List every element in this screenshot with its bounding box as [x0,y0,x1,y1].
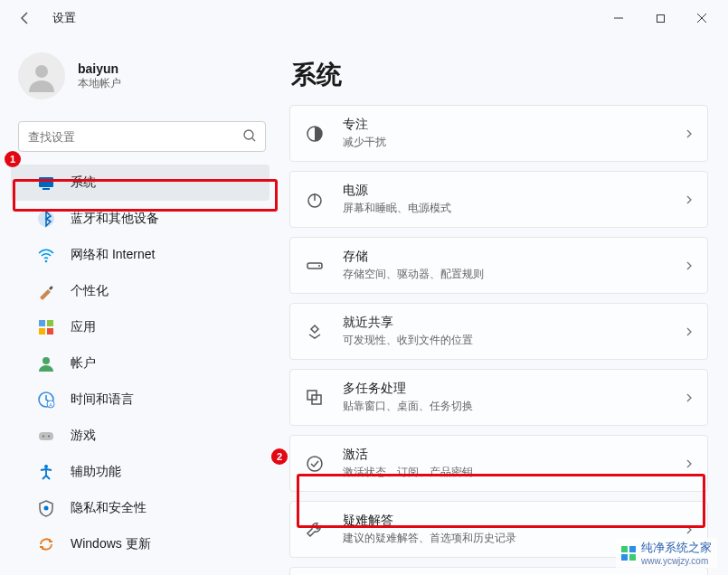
accessibility-icon [36,462,56,482]
svg-point-6 [45,260,48,263]
update-icon [36,534,56,554]
arrow-left-icon [18,11,33,25]
card-subtitle: 贴靠窗口、桌面、任务切换 [343,399,684,414]
svg-point-16 [43,436,44,438]
svg-rect-0 [657,14,664,22]
card-title: 电源 [343,183,684,199]
sidebar-item-system[interactable]: 系统 [11,165,269,201]
user-block[interactable]: baiyun 本地帐户 [0,45,280,116]
svg-point-19 [44,506,49,511]
power-icon [303,188,326,212]
sidebar-item-label: 系统 [71,174,96,191]
avatar [18,52,65,99]
card-power[interactable]: 电源屏幕和睡眠、电源模式 [289,171,708,228]
logo-icon [621,546,636,561]
sidebar-item-label: 游戏 [71,428,96,444]
minimize-icon [613,13,624,24]
sidebar-item-network[interactable]: 网络和 Internet [11,237,269,273]
svg-rect-3 [39,177,53,187]
troubleshoot-icon [303,518,326,542]
card-subtitle: 屏幕和睡眠、电源模式 [343,201,684,216]
sidebar-item-label: 隐私和安全性 [71,500,147,516]
svg-rect-7 [39,320,45,326]
sidebar-item-label: 辅助功能 [71,464,121,480]
maximize-button[interactable] [639,4,681,33]
card-title: 激活 [343,447,684,463]
back-button[interactable] [11,4,40,33]
svg-point-26 [307,457,322,471]
card-nearby[interactable]: 就近共享可发现性、收到文件的位置 [289,303,708,360]
highlight-badge-1: 1 [5,151,21,167]
sidebar-item-privacy[interactable]: 隐私和安全性 [11,490,269,526]
svg-point-18 [44,465,48,468]
close-icon [696,13,707,24]
storage-icon [303,254,326,278]
network-icon [36,245,56,265]
sidebar-item-time[interactable]: A时间和语言 [11,382,269,418]
chevron-right-icon [684,392,695,403]
card-activation[interactable]: 激活激活状态、订阅、产品密钥 [289,435,708,492]
multitask-icon [303,386,326,410]
window-title: 设置 [52,10,76,26]
svg-rect-29 [621,554,628,561]
svg-rect-15 [39,432,53,440]
svg-rect-10 [47,328,53,335]
nearby-icon [303,320,326,344]
activation-icon [303,452,326,476]
svg-point-2 [244,130,253,139]
chevron-right-icon [684,128,695,139]
card-subtitle: 减少干扰 [343,135,684,150]
time-icon: A [36,390,56,410]
card-title: 多任务处理 [343,381,684,397]
user-type: 本地帐户 [78,76,121,91]
chevron-right-icon [684,326,695,337]
svg-rect-9 [39,328,45,335]
card-title: 存储 [343,249,684,265]
highlight-badge-2: 2 [271,448,288,465]
svg-rect-27 [621,546,628,552]
sidebar-item-label: 应用 [71,319,96,335]
svg-rect-8 [47,320,53,326]
bluetooth-icon [36,209,56,229]
sidebar-item-update[interactable]: Windows 更新 [11,526,269,562]
minimize-button[interactable] [598,4,639,33]
privacy-icon [36,498,56,518]
watermark: 纯净系统之家 www.ycwjzy.com [616,538,717,568]
sidebar-item-apps[interactable]: 应用 [11,309,269,345]
system-icon [36,173,56,193]
sidebar-item-personalize[interactable]: 个性化 [11,273,269,309]
svg-point-5 [38,211,54,227]
svg-point-11 [43,357,50,364]
svg-rect-4 [43,188,50,190]
watermark-url: www.ycwjzy.com [641,556,712,566]
sidebar-item-accessibility[interactable]: 辅助功能 [11,454,269,490]
sidebar-item-bluetooth[interactable]: 蓝牙和其他设备 [11,201,269,237]
apps-icon [36,317,56,337]
focus-icon [303,122,326,146]
card-focus[interactable]: 专注减少干扰 [289,105,708,162]
sidebar-item-label: 蓝牙和其他设备 [71,211,159,227]
card-title: 专注 [343,117,684,133]
svg-rect-30 [629,554,636,561]
card-subtitle: 激活状态、订阅、产品密钥 [343,465,684,480]
svg-rect-28 [629,546,636,552]
sidebar-item-gaming[interactable]: 游戏 [11,418,269,454]
sidebar-item-label: 帐户 [71,355,96,372]
sidebar-item-label: Windows 更新 [71,536,151,552]
chevron-right-icon [684,458,695,469]
card-subtitle: 可发现性、收到文件的位置 [343,333,684,348]
card-recovery[interactable]: 恢复重置、高级启动、返回 [289,567,708,575]
sidebar-item-accounts[interactable]: 帐户 [11,345,269,382]
close-button[interactable] [681,4,723,33]
search-input[interactable] [18,121,266,152]
card-multitask[interactable]: 多任务处理贴靠窗口、桌面、任务切换 [289,369,708,426]
personalize-icon [36,281,56,301]
card-storage[interactable]: 存储存储空间、驱动器、配置规则 [289,237,708,294]
sidebar-item-label: 时间和语言 [71,391,134,408]
svg-point-17 [48,436,50,438]
sidebar-item-label: 个性化 [71,283,109,299]
search-icon [242,128,257,143]
svg-point-23 [318,265,320,267]
card-title: 疑难解答 [343,513,684,529]
card-title: 就近共享 [343,315,684,331]
